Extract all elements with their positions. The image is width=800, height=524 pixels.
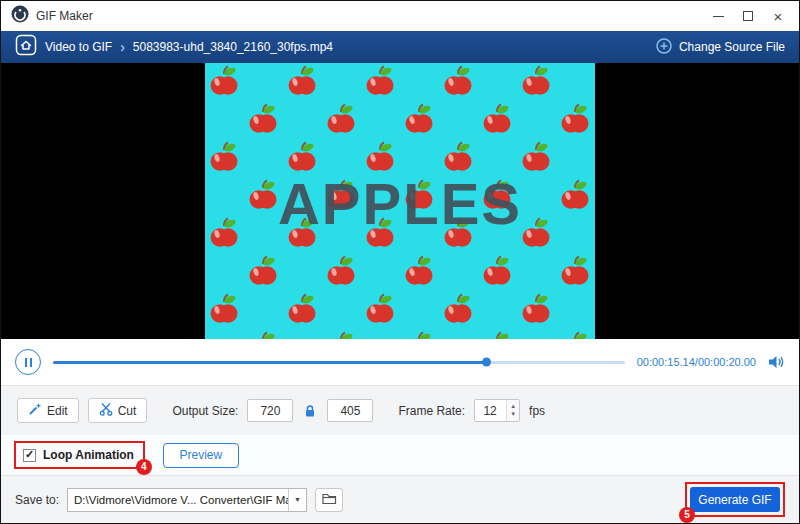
save-bar: Save to: D:\Vidmore\Vidmore V... Convert…	[1, 475, 799, 523]
minimize-icon	[713, 16, 724, 17]
cut-button-label: Cut	[118, 404, 137, 418]
change-source-file-label: Change Source File	[679, 40, 785, 54]
edit-button[interactable]: Edit	[17, 398, 79, 423]
time-display: 00:00:15.14/00:00:20.00	[637, 356, 756, 368]
minimize-button[interactable]	[703, 4, 733, 28]
window-controls: ×	[703, 4, 793, 28]
output-size-label: Output Size:	[172, 404, 238, 418]
frame-rate-stepper: ▲ ▼	[474, 399, 520, 422]
magic-wand-icon	[28, 402, 42, 419]
seek-fill	[53, 361, 486, 364]
save-to-label: Save to:	[15, 493, 59, 507]
annotation-badge-4: 4	[136, 459, 152, 475]
pause-button[interactable]	[15, 349, 41, 375]
breadcrumb-filename: 5083983-uhd_3840_2160_30fps.mp4	[133, 40, 333, 54]
gif-maker-window: GIF Maker × Video to GIF › 5083983-uhd_3…	[0, 0, 800, 524]
save-path-dropdown[interactable]: D:\Vidmore\Vidmore V... Converter\GIF Ma…	[67, 488, 307, 512]
loop-animation-checkbox[interactable]: ✓	[23, 449, 36, 462]
window-title: GIF Maker	[36, 9, 93, 23]
change-source-file-button[interactable]: Change Source File	[656, 38, 785, 57]
frame-rate-spinner[interactable]: ▲ ▼	[506, 400, 519, 421]
annotation-rect-4: ✓ Loop Animation 4	[14, 441, 145, 469]
loop-animation-label[interactable]: Loop Animation	[43, 448, 134, 462]
scissors-icon	[99, 402, 113, 419]
maximize-button[interactable]	[733, 4, 763, 28]
player-bar: 00:00:15.14/00:00:20.00	[1, 339, 799, 385]
volume-button[interactable]	[768, 355, 785, 369]
generate-gif-button[interactable]: Generate GIF	[690, 487, 780, 512]
breadcrumb-section[interactable]: Video to GIF	[45, 40, 112, 54]
folder-icon	[322, 492, 337, 508]
home-icon[interactable]	[15, 34, 37, 60]
spinner-up-icon[interactable]: ▲	[510, 403, 516, 411]
maximize-icon	[743, 11, 753, 21]
preview-button[interactable]: Preview	[163, 443, 239, 468]
seek-knob[interactable]	[482, 358, 491, 367]
video-frame: APPLES	[205, 63, 595, 339]
save-path-value: D:\Vidmore\Vidmore V... Converter\GIF Ma…	[68, 489, 288, 511]
toolbar: Edit Cut Output Size: Frame Rate:	[1, 385, 799, 435]
annotation-badge-5: 5	[679, 507, 695, 523]
annotation-rect-5: Generate GIF 5	[685, 482, 785, 517]
close-button[interactable]: ×	[763, 4, 793, 28]
duration: 00:00:20.00	[698, 356, 756, 368]
video-preview-area: APPLES	[1, 63, 799, 339]
seek-bar[interactable]	[53, 361, 625, 364]
dropdown-arrow-icon[interactable]: ▼	[288, 489, 306, 511]
browse-folder-button[interactable]	[315, 488, 343, 512]
fps-label: fps	[529, 404, 545, 418]
breadcrumb-separator-icon: ›	[120, 40, 125, 54]
checkmark-icon: ✓	[25, 448, 34, 461]
edit-button-label: Edit	[47, 404, 68, 418]
cut-button[interactable]: Cut	[88, 398, 148, 423]
current-time: 00:00:15.14	[637, 356, 695, 368]
video-overlay-text: APPLES	[205, 170, 595, 237]
plus-circle-icon	[656, 38, 672, 57]
app-logo-icon	[11, 5, 29, 27]
lock-aspect-icon[interactable]	[304, 404, 316, 418]
output-width-input[interactable]	[247, 399, 293, 422]
spinner-down-icon[interactable]: ▼	[510, 411, 516, 419]
titlebar: GIF Maker ×	[1, 1, 799, 31]
frame-rate-label: Frame Rate:	[398, 404, 465, 418]
breadcrumb-bar: Video to GIF › 5083983-uhd_3840_2160_30f…	[1, 31, 799, 63]
loop-row: ✓ Loop Animation 4 Preview	[1, 435, 799, 475]
title-left: GIF Maker	[11, 5, 93, 27]
output-height-input[interactable]	[327, 399, 373, 422]
